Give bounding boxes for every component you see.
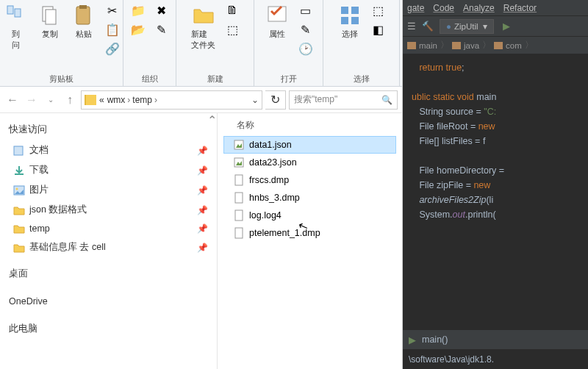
file-row[interactable]: data23.json bbox=[223, 154, 396, 171]
file-row[interactable]: ptelement_1.dmp bbox=[223, 224, 396, 242]
select-none-button[interactable]: ⬚ bbox=[368, 1, 389, 19]
cut-button[interactable]: ✂ bbox=[102, 1, 123, 19]
properties-button[interactable]: 属性 bbox=[262, 1, 293, 42]
new-item-button[interactable]: 🗎 bbox=[222, 1, 243, 19]
cut-icon: ✂ bbox=[106, 4, 119, 17]
code-editor[interactable]: return true; ublic static void main Stri… bbox=[403, 54, 588, 329]
new-group-label: 新建 bbox=[176, 74, 254, 86]
file-name: log.log4 bbox=[249, 210, 282, 221]
search-input[interactable]: 搜索"temp" 🔍 bbox=[289, 90, 398, 110]
copy-path-icon: 📋 bbox=[106, 23, 119, 36]
chevron-right-icon: 〉 bbox=[440, 40, 449, 51]
breadcrumb-segment[interactable]: wmx bbox=[107, 95, 126, 105]
menu-item[interactable]: Refactor bbox=[503, 3, 537, 13]
delete-button[interactable]: ✖ bbox=[151, 1, 172, 19]
history-button[interactable]: 🕑 bbox=[295, 40, 316, 57]
paste-icon bbox=[72, 4, 96, 27]
svg-rect-11 bbox=[14, 146, 23, 155]
this-pc-root[interactable]: 此电脑 bbox=[0, 318, 217, 340]
select-label: 选择 bbox=[342, 29, 358, 40]
sidebar-item[interactable]: 下载📌 bbox=[0, 160, 217, 180]
invert-select-button[interactable]: ◧ bbox=[368, 21, 389, 38]
file-icon bbox=[233, 139, 245, 151]
paste-shortcut-icon: 🔗 bbox=[106, 42, 119, 55]
copy-button[interactable]: 复制 bbox=[35, 1, 65, 42]
column-header-name[interactable]: 名称 bbox=[223, 118, 396, 136]
file-row[interactable]: data1.json bbox=[223, 136, 396, 154]
sidebar-item-label: 文档 bbox=[29, 144, 49, 157]
sidebar-scroll-handle[interactable]: ⌃ bbox=[208, 113, 215, 369]
svg-rect-20 bbox=[235, 228, 243, 238]
pin-icon: 📌 bbox=[197, 243, 208, 253]
copy-to-icon: 📂 bbox=[132, 23, 145, 36]
explorer-body: ⌃ 快速访问 文档📌下载📌图片📌json 数据格式📌temp📌基础信息库 去 c… bbox=[0, 113, 402, 369]
nav-forward-button[interactable]: → bbox=[24, 91, 40, 109]
sidebar-item[interactable]: 文档📌 bbox=[0, 140, 217, 160]
address-bar[interactable]: « wmx›temp› ⌄ bbox=[81, 90, 262, 110]
menu-item[interactable]: Code bbox=[433, 3, 454, 13]
pin-icon bbox=[4, 4, 28, 27]
pin-label: 到 问 bbox=[12, 29, 20, 51]
run-tool-window-header[interactable]: ▶ main() bbox=[403, 329, 588, 350]
sidebar-item[interactable]: temp📌 bbox=[0, 220, 217, 237]
file-icon bbox=[233, 157, 245, 168]
file-row[interactable]: frscs.dmp bbox=[223, 171, 396, 189]
ide-crumb[interactable]: com bbox=[506, 41, 522, 50]
sidebar-item-label: temp bbox=[29, 223, 50, 234]
sidebar-item-icon bbox=[13, 146, 25, 156]
file-icon bbox=[233, 209, 245, 221]
move-icon: 📁 bbox=[132, 4, 145, 17]
svg-rect-18 bbox=[235, 193, 243, 203]
easy-access-button[interactable]: ⬚ bbox=[222, 21, 243, 38]
address-dropdown-icon[interactable]: ⌄ bbox=[251, 95, 259, 105]
ide-crumb[interactable]: main bbox=[419, 41, 437, 50]
project-tool-icon[interactable]: ☰ bbox=[407, 21, 416, 32]
nav-back-button[interactable]: ← bbox=[4, 91, 21, 109]
copy-to-button[interactable]: 📂 bbox=[128, 21, 148, 38]
refresh-button[interactable]: ↻ bbox=[265, 90, 286, 110]
copy-path-button[interactable]: 📋 bbox=[102, 21, 123, 38]
breadcrumb-segment[interactable]: temp bbox=[132, 95, 152, 105]
sidebar-item[interactable]: 基础信息库 去 cell📌 bbox=[0, 237, 217, 257]
run-output[interactable]: \software\Java\jdk1.8. bbox=[403, 350, 588, 369]
file-row[interactable]: hnbs_3.dmp bbox=[223, 189, 396, 207]
breadcrumb-separator-icon: › bbox=[127, 95, 130, 105]
desktop-root[interactable]: 桌面 bbox=[0, 263, 217, 284]
file-name: data23.json bbox=[249, 157, 297, 168]
rename-button[interactable]: ✎ bbox=[151, 21, 172, 38]
navigation-sidebar: ⌃ 快速访问 文档📌下载📌图片📌json 数据格式📌temp📌基础信息库 去 c… bbox=[0, 113, 218, 369]
run-config-dropdown[interactable]: ● ZipUtil ▾ bbox=[440, 19, 494, 34]
open-button[interactable]: ▭ bbox=[295, 1, 316, 19]
svg-rect-12 bbox=[15, 173, 24, 175]
svg-rect-6 bbox=[268, 7, 286, 21]
run-tab-label: main() bbox=[422, 334, 448, 345]
new-folder-button[interactable]: 新建 文件夹 bbox=[187, 1, 219, 53]
quick-access-header[interactable]: 快速访问 bbox=[0, 119, 217, 140]
file-name: hnbs_3.dmp bbox=[249, 193, 300, 203]
run-button[interactable]: ▶ bbox=[503, 21, 510, 32]
select-all-button[interactable]: 选择 bbox=[334, 1, 365, 42]
new-folder-icon bbox=[192, 4, 215, 27]
properties-label: 属性 bbox=[269, 29, 285, 40]
pin-button[interactable]: 到 问 bbox=[1, 1, 32, 53]
file-row[interactable]: log.log4 bbox=[223, 207, 396, 224]
paste-shortcut-button[interactable]: 🔗 bbox=[102, 40, 123, 57]
sidebar-item[interactable]: 图片📌 bbox=[0, 180, 217, 200]
nav-recent-button[interactable]: ⌄ bbox=[43, 91, 59, 109]
sidebar-item[interactable]: json 数据格式📌 bbox=[0, 200, 217, 220]
select-all-icon bbox=[338, 4, 362, 27]
nav-up-button[interactable]: ↑ bbox=[62, 91, 78, 109]
invert-select-icon: ◧ bbox=[372, 23, 385, 36]
edit-button[interactable]: ✎ bbox=[295, 21, 316, 38]
menu-item[interactable]: Analyze bbox=[463, 3, 495, 13]
ide-crumb[interactable]: java bbox=[464, 41, 479, 50]
move-to-button[interactable]: 📁 bbox=[128, 1, 148, 19]
menu-item[interactable]: gate bbox=[407, 3, 424, 13]
build-icon[interactable]: 🔨 bbox=[422, 21, 434, 32]
svg-rect-17 bbox=[235, 175, 243, 185]
paste-button[interactable]: 粘贴 bbox=[68, 1, 99, 42]
onedrive-root[interactable]: OneDrive bbox=[0, 292, 217, 311]
history-icon: 🕑 bbox=[299, 42, 312, 55]
rerun-icon[interactable]: ▶ bbox=[409, 334, 416, 345]
pin-icon: 📌 bbox=[197, 205, 208, 215]
